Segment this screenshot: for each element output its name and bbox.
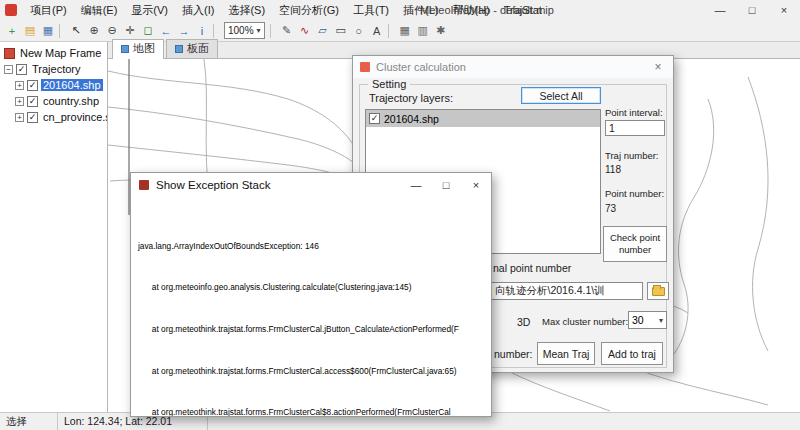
minimize-button[interactable]: — — [401, 173, 431, 197]
window-controls: — □ × — [704, 0, 800, 20]
maximize-button[interactable]: □ — [431, 173, 461, 197]
stack-trace-line[interactable]: java.lang.ArrayIndexOutOfBoundsException… — [138, 241, 491, 251]
open-folder-icon[interactable]: ▤ — [21, 22, 39, 40]
toolbar-separator[interactable] — [59, 24, 65, 38]
toolbar-separator[interactable] — [213, 24, 219, 38]
toolbar-separator[interactable] — [270, 24, 276, 38]
expand-icon[interactable]: + — [15, 81, 24, 90]
expand-icon[interactable]: + — [15, 113, 24, 122]
add-to-traj-button[interactable]: Add to traj — [601, 342, 663, 365]
tab-label: 地图 — [133, 41, 155, 56]
layer-checkbox[interactable]: ✓ — [16, 64, 27, 75]
pan-icon[interactable]: ✛ — [121, 22, 139, 40]
point-number-value: 73 — [605, 203, 616, 214]
menu-selection[interactable]: 选择(S) — [221, 0, 272, 20]
cluster-number-label: number: — [494, 348, 533, 360]
max-cluster-number-value: 30 — [632, 314, 644, 326]
text-label-icon[interactable]: A — [368, 22, 386, 40]
point-interval-input[interactable]: 1 — [605, 120, 665, 136]
zoom-in-icon[interactable]: ⊕ — [85, 22, 103, 40]
toolbar-right-group: ✎ ∿ ▱ ▭ ○ A ▦ ▥ ✱ — [268, 22, 450, 40]
stack-trace-line[interactable]: at org.meteothink.trajstat.forms.FrmClus… — [138, 324, 491, 334]
menu-project[interactable]: 项目(P) — [23, 0, 74, 20]
layer-checkbox[interactable]: ✓ — [27, 112, 38, 123]
stack-trace-line[interactable]: at org.meteothink.trajstat.forms.FrmClus… — [138, 366, 491, 376]
stack-trace-line[interactable]: at org.meteoinfo.geo.analysis.Clustering… — [138, 282, 491, 292]
layer-item-checkbox[interactable]: ✓ — [369, 113, 380, 124]
map-curve — [108, 71, 352, 143]
zoom-out-icon[interactable]: ⊖ — [103, 22, 121, 40]
full-extent-icon[interactable]: ◻ — [139, 22, 157, 40]
collapse-icon[interactable]: − — [4, 65, 13, 74]
stack-trace-line[interactable]: at org.meteothink.trajstat.forms.FrmClus… — [138, 407, 491, 416]
map-curve — [108, 107, 354, 163]
zoom-next-icon[interactable]: → — [175, 22, 193, 40]
toolbar-glyph: ▤ — [25, 24, 35, 37]
layer-item-label: 201604.shp — [384, 113, 439, 125]
tree-item-trajectory-group[interactable]: − ✓ Trajectory — [0, 61, 107, 77]
layer-checkbox[interactable]: ✓ — [27, 96, 38, 107]
layer-list-item[interactable]: ✓ 201604.shp — [366, 110, 600, 127]
stack-trace-list[interactable]: java.lang.ArrayIndexOutOfBoundsException… — [131, 197, 491, 416]
layer-country[interactable]: + ✓ country.shp — [0, 93, 107, 109]
layer-201604[interactable]: + ✓ 201604.shp — [0, 77, 107, 93]
expand-icon[interactable]: + — [15, 97, 24, 106]
menu-insert[interactable]: 插入(I) — [175, 0, 221, 20]
layer-tree: New Map Frame − ✓ Trajectory + ✓ 201604.… — [0, 42, 108, 412]
select-all-button[interactable]: Select All — [521, 87, 601, 104]
save-icon[interactable]: ▦ — [39, 22, 57, 40]
export-path-input[interactable]: 向轨迹分析\2016.4.1\训 — [491, 282, 643, 300]
toolbar-glyph: + — [9, 25, 15, 37]
zoom-level-combo[interactable]: 100% ▾ — [224, 22, 265, 39]
status-mode: 选择 — [0, 413, 58, 430]
traj-number-label: Traj number: — [605, 150, 659, 161]
exception-dialog-titlebar[interactable]: Show Exception Stack — □ × — [131, 173, 491, 197]
open-folder-icon — [652, 287, 665, 296]
maximize-button[interactable]: □ — [736, 0, 768, 20]
close-button[interactable]: × — [461, 173, 491, 197]
tree-item-map-frame[interactable]: New Map Frame — [0, 45, 107, 61]
tab-layout[interactable]: 板面 — [166, 39, 218, 58]
toolbar-glyph: ✱ — [436, 24, 445, 37]
dialog-title: Cluster calculation — [376, 61, 466, 73]
dialog-title: Show Exception Stack — [156, 179, 270, 191]
menu-edit[interactable]: 编辑(E) — [74, 0, 125, 20]
tab-map[interactable]: 地图 — [112, 39, 164, 59]
edit-pencil-icon[interactable]: ✎ — [278, 22, 296, 40]
toolbar-glyph: ⊕ — [89, 24, 98, 37]
new-file-icon[interactable]: + — [3, 22, 21, 40]
menu-geoprocessing[interactable]: 空间分析(G) — [272, 0, 346, 20]
polygon-icon[interactable]: ▱ — [314, 22, 332, 40]
browse-folder-button[interactable] — [647, 282, 669, 300]
menu-view[interactable]: 显示(V) — [124, 0, 175, 20]
minimize-button[interactable]: — — [704, 0, 736, 20]
close-icon[interactable]: × — [643, 56, 673, 78]
groupbox-legend: Setting — [368, 78, 410, 90]
toolbar-glyph: → — [179, 25, 190, 37]
polyline-icon[interactable]: ∿ — [296, 22, 314, 40]
attribute-table-icon[interactable]: ▦ — [396, 22, 414, 40]
zoom-previous-icon[interactable]: ← — [157, 22, 175, 40]
check-point-number-button[interactable]: Check point number — [603, 226, 667, 262]
ellipse-icon[interactable]: ○ — [350, 22, 368, 40]
mean-traj-button[interactable]: Mean Traj — [537, 342, 595, 365]
select-arrow-icon[interactable]: ↖ — [67, 22, 85, 40]
rectangle-icon[interactable]: ▭ — [332, 22, 350, 40]
layer-checkbox[interactable]: ✓ — [27, 80, 38, 91]
toolbar-separator[interactable] — [388, 24, 394, 38]
zoom-level-value: 100% — [228, 25, 254, 36]
cluster-dialog-titlebar[interactable]: Cluster calculation × — [353, 56, 673, 78]
chevron-down-icon: ▾ — [257, 26, 261, 35]
chart-icon[interactable]: ▥ — [414, 22, 432, 40]
menu-tools[interactable]: 工具(T) — [346, 0, 396, 20]
close-button[interactable]: × — [768, 0, 800, 20]
max-cluster-number-combo[interactable]: 30 ▾ — [628, 311, 667, 329]
chevron-down-icon: ▾ — [659, 316, 663, 325]
point-interval-label: Point interval: — [605, 107, 663, 118]
layer-cn-province[interactable]: + ✓ cn_province.shp — [0, 109, 107, 125]
identify-icon[interactable]: i — [193, 22, 211, 40]
settings-icon[interactable]: ✱ — [432, 22, 450, 40]
trajectory-layers-label: Trajectory layers: — [369, 92, 453, 104]
tab-icon — [175, 45, 183, 53]
menubar: 项目(P) 编辑(E) 显示(V) 插入(I) 选择(S) 空间分析(G) 工具… — [0, 0, 800, 20]
